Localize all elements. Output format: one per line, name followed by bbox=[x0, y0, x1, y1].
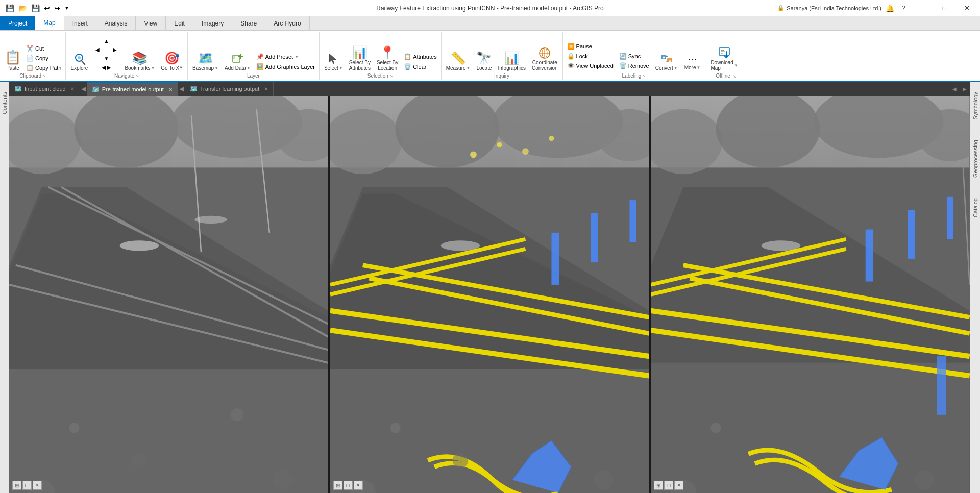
username[interactable]: Saranya (Esri India Technologies Ltd.) bbox=[787, 5, 881, 11]
add-graphics-layer-button[interactable]: 🖼️Add Graphics Layer bbox=[254, 62, 317, 71]
cut-button[interactable]: ✂️Cut bbox=[24, 44, 63, 53]
zoom-out-2[interactable]: × bbox=[354, 481, 363, 490]
svg-point-65 bbox=[594, 470, 613, 489]
tab-edit[interactable]: Edit bbox=[166, 16, 193, 30]
coordinate-conversion-button[interactable]: CoordinateConversion bbox=[529, 45, 560, 72]
copy-path-button[interactable]: 📋Copy Path bbox=[24, 63, 63, 72]
save-icon[interactable]: 💾 bbox=[4, 3, 16, 13]
measure-button[interactable]: 📏 Measure▼ bbox=[444, 50, 473, 72]
help-button[interactable]: ? bbox=[898, 3, 909, 13]
tab-map[interactable]: Map bbox=[35, 16, 64, 30]
go-to-xy-button[interactable]: 🎯 Go To XY bbox=[158, 50, 185, 72]
tab-share[interactable]: Share bbox=[232, 16, 265, 30]
svg-point-51 bbox=[497, 142, 502, 147]
infographics-button[interactable]: 📊 Infographics bbox=[496, 50, 528, 72]
svg-point-36 bbox=[230, 408, 243, 421]
map-tab-pretrained[interactable]: 🗺️ Pre-trained model output ✕ bbox=[87, 82, 178, 96]
view-unplaced-button[interactable]: 👁️View Unplaced bbox=[565, 61, 616, 70]
app-title: Railway Feature Extraction using PointCN… bbox=[376, 5, 604, 12]
quick-access-toolbar[interactable]: 💾 📂 💾 ↩ ↪ ▼ bbox=[4, 3, 71, 13]
zoom-out-3[interactable]: × bbox=[674, 481, 683, 490]
tab-view[interactable]: View bbox=[136, 16, 166, 30]
remove-button[interactable]: 🗑️Remove bbox=[617, 61, 651, 70]
more-button[interactable]: ⋯ More▼ bbox=[682, 45, 703, 72]
maximize-button[interactable]: □ bbox=[935, 0, 953, 16]
add-preset-button[interactable]: 📌Add Preset▼ bbox=[254, 52, 317, 61]
tab-analysis[interactable]: Analysis bbox=[96, 16, 136, 30]
undo-icon[interactable]: ↩ bbox=[42, 3, 52, 13]
tab-scroll-left[interactable]: ◀ bbox=[80, 85, 87, 92]
convert-button[interactable]: A A Convert▼ bbox=[653, 51, 680, 72]
tab-more-right[interactable]: ▶ bbox=[960, 84, 970, 94]
tab-project[interactable]: Project bbox=[0, 16, 35, 30]
zoom-in-1[interactable]: □ bbox=[22, 481, 32, 490]
map-controls-2: ⊞ □ × bbox=[333, 481, 363, 490]
svg-rect-61 bbox=[591, 213, 598, 262]
map-tab-close-2[interactable]: ✕ bbox=[168, 87, 173, 92]
map-tab-transfer[interactable]: 🗺️ Transfer learning output ✕ bbox=[185, 82, 274, 96]
map-tab-icon-3: 🗺️ bbox=[190, 85, 198, 92]
ribbon-tab-bar: Project Map Insert Analysis View Edit Im… bbox=[0, 16, 980, 31]
zoom-out-1[interactable]: × bbox=[33, 481, 42, 490]
map-tab-label-2: Pre-trained model output bbox=[102, 86, 164, 92]
contents-panel[interactable]: Contents bbox=[0, 82, 9, 493]
tab-more-left[interactable]: ◀ bbox=[949, 84, 960, 94]
map-panel-2[interactable]: ⊞ □ × bbox=[330, 96, 651, 493]
sync-button[interactable]: 🔄Sync bbox=[617, 52, 651, 61]
svg-rect-62 bbox=[629, 200, 636, 242]
map-tab-bar: 🗺️ Input point cloud ✕ ◀ 🗺️ Pre-trained … bbox=[9, 82, 970, 96]
map-tab-icon-1: 🗺️ bbox=[14, 85, 22, 92]
catalog-panel[interactable]: Catalog bbox=[972, 198, 978, 217]
map-tab-label-1: Input point cloud bbox=[24, 86, 66, 92]
copy-button[interactable]: 📄Copy bbox=[24, 54, 63, 63]
minimize-button[interactable]: — bbox=[913, 0, 931, 16]
map-controls-1: ⊞ □ × bbox=[12, 481, 42, 490]
download-map-button[interactable]: DownloadMap▼ bbox=[707, 45, 741, 72]
select-by-location-button[interactable]: 📍 Select ByLocation bbox=[374, 44, 401, 72]
lock-label-button[interactable]: 🔒Lock bbox=[565, 52, 616, 61]
navigate-arrows[interactable]: ▲ ◀▶ ▼ ◀▶ bbox=[91, 37, 121, 72]
pause-button[interactable]: ⏸️Pause bbox=[565, 42, 616, 51]
select-by-attributes-button[interactable]: 📊 Select ByAttributes bbox=[347, 44, 373, 72]
map-panel-3[interactable]: ⊞ □ × bbox=[651, 96, 970, 493]
svg-text:A: A bbox=[669, 59, 671, 63]
map-tab-input-point-cloud[interactable]: 🗺️ Input point cloud ✕ bbox=[9, 82, 80, 96]
add-data-button[interactable]: Add Data▼ bbox=[222, 51, 253, 72]
map-tab-close-3[interactable]: ✕ bbox=[264, 86, 268, 92]
zoom-fit-1[interactable]: ⊞ bbox=[12, 481, 21, 490]
tab-imagery[interactable]: Imagery bbox=[193, 16, 232, 30]
close-button[interactable]: ✕ bbox=[958, 0, 976, 16]
bookmarks-button[interactable]: 📚 Bookmarks▼ bbox=[122, 50, 157, 72]
zoom-in-2[interactable]: □ bbox=[344, 481, 353, 490]
locate-button[interactable]: 🔭 Locate bbox=[474, 50, 494, 72]
tab-archydro[interactable]: Arc Hydro bbox=[265, 16, 309, 30]
zoom-fit-2[interactable]: ⊞ bbox=[333, 481, 342, 490]
select-button[interactable]: Select▼ bbox=[322, 51, 346, 72]
zoom-fit-3[interactable]: ⊞ bbox=[654, 481, 663, 490]
clear-button[interactable]: 🗑️Clear bbox=[402, 62, 438, 71]
paste-button[interactable]: 📋 Paste bbox=[2, 48, 23, 72]
map-area: 🗺️ Input point cloud ✕ ◀ 🗺️ Pre-trained … bbox=[9, 82, 970, 493]
dropdown-arrow-icon[interactable]: ▼ bbox=[63, 4, 71, 12]
basemap-button[interactable]: 🗺️ Basemap▼ bbox=[190, 50, 221, 72]
svg-rect-6 bbox=[233, 56, 235, 59]
symbology-panel[interactable]: Symbology bbox=[972, 92, 978, 119]
geoprocessing-panel[interactable]: Geoprocessing bbox=[972, 140, 978, 178]
save2-icon[interactable]: 💾 bbox=[30, 3, 41, 13]
svg-point-90 bbox=[762, 240, 800, 251]
svg-rect-60 bbox=[551, 233, 559, 285]
map-tab-close-1[interactable]: ✕ bbox=[70, 86, 75, 92]
tab-scroll-mid[interactable]: ◀ bbox=[178, 85, 185, 92]
svg-line-1 bbox=[82, 61, 85, 64]
offline-group-label: Offline ↘ bbox=[707, 73, 744, 79]
svg-point-34 bbox=[69, 423, 79, 433]
notification-icon[interactable]: 🔔 bbox=[886, 4, 894, 12]
redo-icon[interactable]: ↪ bbox=[53, 3, 62, 13]
open-icon[interactable]: 📂 bbox=[17, 3, 29, 13]
map-panel-1[interactable]: ⊞ □ × bbox=[9, 96, 330, 493]
zoom-in-3[interactable]: □ bbox=[664, 481, 673, 490]
svg-point-87 bbox=[711, 423, 721, 433]
explore-button[interactable]: Explore bbox=[68, 51, 90, 72]
attributes-button[interactable]: 📋Attributes bbox=[402, 52, 438, 61]
tab-insert[interactable]: Insert bbox=[64, 16, 96, 30]
